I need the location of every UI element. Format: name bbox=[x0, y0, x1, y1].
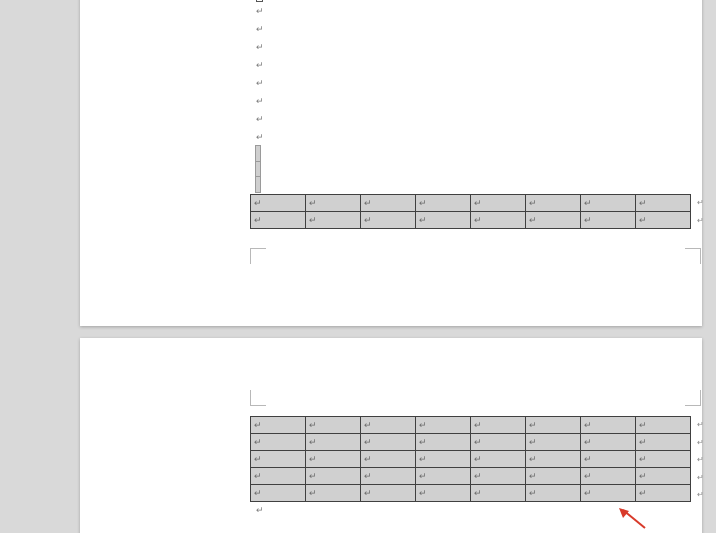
table-row[interactable]: ↵ ↵ ↵ ↵ ↵ ↵ ↵ ↵ bbox=[251, 212, 691, 229]
table-row[interactable]: ↵ ↵ ↵ ↵ ↵ ↵ ↵ ↵ bbox=[251, 468, 691, 485]
paragraph-mark: ↵ bbox=[256, 505, 264, 515]
table-row[interactable]: ↵ ↵ ↵ ↵ ↵ ↵ ↵ ↵ bbox=[251, 485, 691, 502]
row-end-mark: ↵ bbox=[697, 451, 709, 469]
table-cell[interactable]: ↵ bbox=[416, 485, 471, 502]
row-end-mark: ↵ bbox=[697, 212, 709, 230]
table-cell[interactable]: ↵ bbox=[251, 468, 306, 485]
table-cell[interactable]: ↵ bbox=[581, 417, 636, 434]
table-cell[interactable]: ↵ bbox=[251, 434, 306, 451]
table-cell[interactable]: ↵ bbox=[361, 212, 416, 229]
table-cell[interactable]: ↵ bbox=[581, 451, 636, 468]
table-cell[interactable]: ↵ bbox=[251, 212, 306, 229]
table-cell[interactable]: ↵ bbox=[361, 451, 416, 468]
table-cell[interactable]: ↵ bbox=[526, 417, 581, 434]
table-cell[interactable]: ↵ bbox=[636, 417, 691, 434]
table-cell[interactable]: ↵ bbox=[471, 195, 526, 212]
footer-margin-corner-right bbox=[685, 248, 701, 264]
paragraph-mark: ↵ bbox=[256, 2, 276, 20]
paragraph-mark: ↵ bbox=[256, 110, 276, 128]
table-row[interactable]: ↵ ↵ ↵ ↵ ↵ ↵ ↵ ↵ bbox=[251, 451, 691, 468]
document-page-2[interactable]: ↵ ↵ ↵ ↵ ↵ ↵ ↵ ↵ ↵ ↵ ↵ ↵ ↵ ↵ ↵ ↵ ↵ ↵ ↵ ↵ … bbox=[80, 338, 702, 533]
paragraph-mark: ↵ bbox=[256, 74, 276, 92]
table-cell[interactable]: ↵ bbox=[471, 485, 526, 502]
table-cell[interactable]: ↵ bbox=[361, 434, 416, 451]
document-table-2[interactable]: ↵ ↵ ↵ ↵ ↵ ↵ ↵ ↵ ↵ ↵ ↵ ↵ ↵ ↵ ↵ ↵ ↵ ↵ ↵ ↵ … bbox=[250, 416, 691, 502]
table-cell[interactable]: ↵ bbox=[581, 212, 636, 229]
table-row[interactable]: ↵ ↵ ↵ ↵ ↵ ↵ ↵ ↵ bbox=[251, 195, 691, 212]
table-cell[interactable]: ↵ bbox=[471, 451, 526, 468]
table-cell[interactable]: ↵ bbox=[526, 434, 581, 451]
table-cell[interactable]: ↵ bbox=[306, 485, 361, 502]
table-cell[interactable]: ↵ bbox=[636, 468, 691, 485]
table-cell[interactable]: ↵ bbox=[471, 434, 526, 451]
table-cell[interactable]: ↵ bbox=[581, 485, 636, 502]
header-margin-corner-left bbox=[250, 390, 266, 406]
table-cell[interactable]: ↵ bbox=[471, 417, 526, 434]
row-end-marks: ↵ ↵ ↵ ↵ ↵ bbox=[697, 416, 709, 504]
row-end-mark: ↵ bbox=[697, 194, 709, 212]
paragraph-column: ↵ ↵ ↵ ↵ ↵ ↵ ↵ ↵ bbox=[256, 0, 276, 146]
table-cell[interactable]: ↵ bbox=[251, 195, 306, 212]
footer-margin-corner-left bbox=[250, 248, 266, 264]
table-cell[interactable]: ↵ bbox=[416, 195, 471, 212]
row-end-mark: ↵ bbox=[697, 434, 709, 452]
table-cell[interactable]: ↵ bbox=[636, 212, 691, 229]
row-end-mark: ↵ bbox=[697, 486, 709, 504]
table-cell[interactable]: ↵ bbox=[526, 485, 581, 502]
table-cell[interactable]: ↵ bbox=[361, 485, 416, 502]
table-cell[interactable]: ↵ bbox=[416, 417, 471, 434]
table-cell[interactable]: ↵ bbox=[251, 451, 306, 468]
table-cell[interactable]: ↵ bbox=[526, 195, 581, 212]
paragraph-mark: ↵ bbox=[256, 38, 276, 56]
table-cell[interactable]: ↵ bbox=[581, 434, 636, 451]
table-cell[interactable]: ↵ bbox=[416, 434, 471, 451]
table-cell[interactable]: ↵ bbox=[361, 195, 416, 212]
table-cell[interactable]: ↵ bbox=[306, 195, 361, 212]
table-cell[interactable]: ↵ bbox=[636, 485, 691, 502]
header-margin-corner-right bbox=[685, 390, 701, 406]
table-cell[interactable]: ↵ bbox=[581, 195, 636, 212]
paragraph-mark: ↵ bbox=[256, 56, 276, 74]
row-end-mark: ↵ bbox=[697, 416, 709, 434]
table-row[interactable]: ↵ ↵ ↵ ↵ ↵ ↵ ↵ ↵ bbox=[251, 417, 691, 434]
table-cell[interactable]: ↵ bbox=[306, 468, 361, 485]
row-end-mark: ↵ bbox=[697, 469, 709, 487]
document-page-1[interactable]: ↵ ↵ ↵ ↵ ↵ ↵ ↵ ↵ ↵ ↵ ↵ ↵ ↵ ↵ ↵ ↵ ↵ ↵ ↵ ↵ … bbox=[80, 0, 702, 326]
table-cell[interactable]: ↵ bbox=[416, 451, 471, 468]
table-cell[interactable]: ↵ bbox=[636, 451, 691, 468]
row-end-marks: ↵ ↵ bbox=[697, 194, 709, 229]
table-cell[interactable]: ↵ bbox=[416, 212, 471, 229]
paragraph-mark: ↵ bbox=[256, 128, 276, 146]
table-cell[interactable]: ↵ bbox=[526, 212, 581, 229]
table-cell[interactable]: ↵ bbox=[306, 451, 361, 468]
table-cell[interactable]: ↵ bbox=[526, 468, 581, 485]
table-cell[interactable]: ↵ bbox=[471, 212, 526, 229]
vertical-ruler-segment bbox=[255, 145, 261, 193]
table-cell[interactable]: ↵ bbox=[416, 468, 471, 485]
table-cell[interactable]: ↵ bbox=[361, 417, 416, 434]
table-cell[interactable]: ↵ bbox=[361, 468, 416, 485]
table-cell[interactable]: ↵ bbox=[471, 468, 526, 485]
table-row[interactable]: ↵ ↵ ↵ ↵ ↵ ↵ ↵ ↵ bbox=[251, 434, 691, 451]
paragraph-mark: ↵ bbox=[256, 20, 276, 38]
table-cell[interactable]: ↵ bbox=[581, 468, 636, 485]
paragraph-mark: ↵ bbox=[256, 92, 276, 110]
document-table-1[interactable]: ↵ ↵ ↵ ↵ ↵ ↵ ↵ ↵ ↵ ↵ ↵ ↵ ↵ ↵ ↵ ↵ bbox=[250, 194, 691, 229]
table-cell[interactable]: ↵ bbox=[251, 417, 306, 434]
table-cell[interactable]: ↵ bbox=[306, 212, 361, 229]
table-cell[interactable]: ↵ bbox=[306, 434, 361, 451]
table-cell[interactable]: ↵ bbox=[636, 195, 691, 212]
table-cell[interactable]: ↵ bbox=[636, 434, 691, 451]
table-cell[interactable]: ↵ bbox=[526, 451, 581, 468]
table-cell[interactable]: ↵ bbox=[251, 485, 306, 502]
table-cell[interactable]: ↵ bbox=[306, 417, 361, 434]
